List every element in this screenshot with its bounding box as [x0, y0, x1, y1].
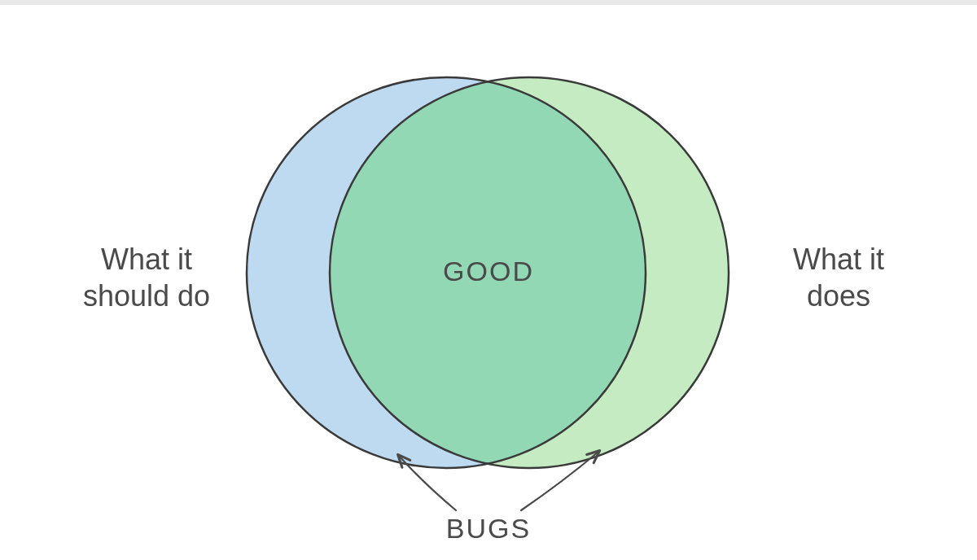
label-left-set: What it should do [57, 241, 236, 314]
label-intersection: GOOD [423, 254, 554, 289]
label-right-set: What it does [757, 241, 920, 314]
label-bugs: BUGS [423, 511, 554, 546]
